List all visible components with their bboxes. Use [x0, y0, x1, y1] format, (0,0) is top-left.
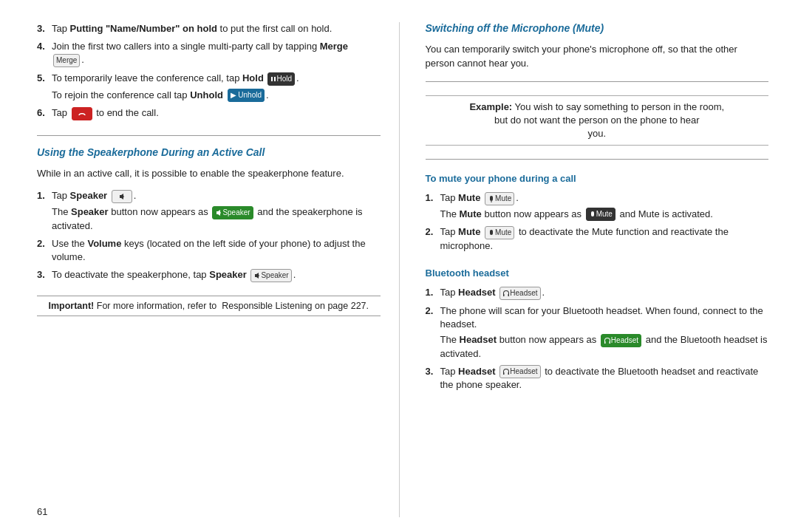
svg-rect-3 — [503, 294, 505, 296]
page-number: 61 — [37, 499, 381, 517]
headset-btn-1: Headset — [499, 287, 540, 300]
mute-item-1: 1. Tap Mute Mute . The Mute button now a… — [426, 191, 769, 221]
bt-num-2: 2. — [426, 304, 437, 318]
unhold-button: ▶ Unhold — [228, 89, 265, 102]
left-column: 3. Tap Putting "Name/Number" on hold to … — [37, 22, 400, 517]
divider-1 — [37, 135, 381, 136]
hold-button: Hold — [267, 72, 295, 86]
mute-content-1: Tap Mute Mute . The Mute button now appe… — [440, 191, 769, 221]
mute-intro: You can temporarily switch your phone's … — [426, 43, 769, 71]
important-label: Important! — [48, 301, 94, 311]
speaker-sub-bold-1: Speaker — [71, 206, 109, 217]
divider-right-2 — [426, 159, 769, 160]
bt-num-3: 3. — [426, 365, 437, 378]
list-item-3: 3. Tap Putting "Name/Number" on hold to … — [37, 22, 381, 35]
item-num-5: 5. — [37, 72, 49, 85]
speaker-num-3: 3. — [37, 268, 49, 282]
bt-sub-2: The Headset button now appears as Headse… — [440, 333, 769, 361]
mute-bold-2: Mute — [458, 226, 480, 237]
bt-content-2: The phone will scan for your Bluetooth h… — [440, 304, 769, 361]
example-label: Example: — [469, 101, 512, 112]
svg-rect-6 — [609, 341, 610, 344]
mute-bold-1: Mute — [458, 192, 480, 203]
mute-subtitle: To mute your phone during a call — [426, 173, 769, 184]
bt-item-1: 1. Tap Headset Headset . — [426, 286, 769, 300]
item-content-5: To temporarily leave the conference call… — [52, 72, 381, 102]
mute-sub-bold: Mute — [460, 208, 482, 219]
bt-content-1: Tap Headset Headset . — [440, 286, 769, 300]
speaker-btn-3: Speaker — [250, 269, 291, 282]
speaker-sub-1: The Speaker button now appears as Speake… — [52, 205, 381, 233]
example-box: Example: You wish to say something to pe… — [426, 95, 769, 146]
headset-sub-bold-2: Headset — [460, 334, 497, 345]
speaker-content-3: To deactivate the speakerphone, tap Spea… — [52, 268, 381, 282]
bt-item-2: 2. The phone will scan for your Bluetoot… — [426, 304, 769, 361]
merge-button: Merge — [53, 54, 80, 67]
mute-list: 1. Tap Mute Mute . The Mute button now a… — [426, 191, 769, 257]
mute-btn-2: Mute — [485, 226, 514, 239]
speaker-content-2: Use the Volume keys (located on the left… — [52, 237, 381, 264]
mute-sub-1: The Mute button now appears as Mute and … — [440, 208, 769, 222]
svg-rect-0 — [271, 77, 273, 81]
conference-call-list: 3. Tap Putting "Name/Number" on hold to … — [37, 22, 381, 125]
right-column: Switching off the Microphone (Mute) You … — [422, 22, 769, 517]
unhold-text: To rejoin the conference call tap Unhold… — [52, 89, 381, 103]
speaker-bold-1: Speaker — [70, 190, 108, 201]
mute-content-2: Tap Mute Mute to deactivate the Mute fun… — [440, 225, 769, 253]
important-note: Important! For more information, refer t… — [37, 296, 381, 316]
speakerphone-intro: While in an active call, it is possible … — [37, 167, 381, 181]
mute-active-btn: Mute — [586, 208, 615, 221]
bt-list: 1. Tap Headset Headset . 2. The phone wi… — [426, 286, 769, 396]
speakerphone-list: 1. Tap Speaker . The Speaker button now … — [37, 189, 381, 286]
item-content-3: Tap Putting "Name/Number" on hold to put… — [52, 22, 381, 35]
speaker-bold-3: Speaker — [209, 269, 247, 280]
item-num-6: 6. — [37, 106, 49, 120]
speaker-num-2: 2. — [37, 237, 49, 250]
svg-rect-8 — [508, 372, 510, 375]
mute-item-2: 2. Tap Mute Mute to deactivate the Mute … — [426, 225, 769, 253]
bt-content-3: Tap Headset Headset to deactivate the Bl… — [440, 365, 769, 392]
svg-rect-7 — [503, 372, 505, 375]
speakerphone-section-title: Using the Speakerphone During an Active … — [37, 146, 381, 158]
headset-bold-3: Headset — [458, 366, 496, 377]
svg-rect-1 — [274, 77, 276, 81]
headset-active-btn: Headset — [601, 334, 641, 347]
putting-bold: Putting "Name/Number" on hold — [70, 23, 217, 34]
mute-section-title: Switching off the Microphone (Mute) — [426, 22, 769, 34]
list-item-5: 5. To temporarily leave the conference c… — [37, 72, 381, 102]
hold-bold: Hold — [242, 72, 264, 83]
bt-item-3: 3. Tap Headset Headset to deactivate the… — [426, 365, 769, 392]
svg-rect-5 — [604, 341, 606, 344]
item-content-4: Join the first two callers into a single… — [52, 40, 381, 67]
bt-subtitle: Bluetooth headset — [426, 267, 769, 279]
page-container: 3. Tap Putting "Name/Number" on hold to … — [0, 0, 798, 532]
speaker-item-3: 3. To deactivate the speakerphone, tap S… — [37, 268, 381, 282]
headset-bold-1: Headset — [458, 287, 496, 298]
list-item-4: 4. Join the first two callers into a sin… — [37, 40, 381, 67]
unhold-bold: Unhold — [190, 89, 223, 100]
speaker-item-2: 2. Use the Volume keys (located on the l… — [37, 237, 381, 264]
mute-num-1: 1. — [426, 191, 437, 205]
mute-num-2: 2. — [426, 225, 437, 239]
end-call-button — [72, 107, 92, 120]
speaker-content-1: Tap Speaker . The Speaker button now app… — [52, 189, 381, 232]
speaker-active-btn: Speaker — [212, 206, 253, 219]
headset-btn-3: Headset — [499, 365, 540, 378]
item-content-6: Tap to end the call. — [52, 106, 381, 120]
speaker-item-1: 1. Tap Speaker . The Speaker button now … — [37, 189, 381, 232]
speaker-btn-1 — [112, 190, 132, 203]
divider-right-1 — [426, 81, 769, 82]
svg-rect-4 — [508, 294, 510, 296]
item-num-4: 4. — [37, 40, 49, 53]
merge-bold: Merge — [320, 41, 348, 52]
bt-num-1: 1. — [426, 286, 437, 299]
speaker-num-1: 1. — [37, 189, 49, 202]
volume-bold: Volume — [87, 238, 121, 249]
mute-btn-1: Mute — [485, 192, 514, 205]
list-item-6: 6. Tap to end the call. — [37, 106, 381, 120]
item-num-3: 3. — [37, 22, 49, 35]
